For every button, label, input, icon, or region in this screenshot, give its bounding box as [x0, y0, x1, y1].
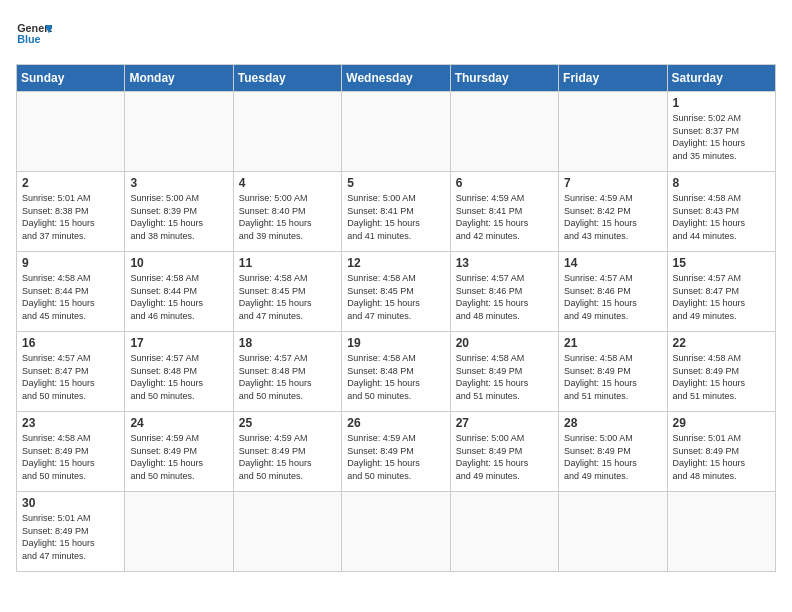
day-number: 21: [564, 336, 661, 350]
day-number: 9: [22, 256, 119, 270]
calendar-cell: 4Sunrise: 5:00 AM Sunset: 8:40 PM Daylig…: [233, 172, 341, 252]
day-number: 11: [239, 256, 336, 270]
calendar-cell: [125, 92, 233, 172]
day-number: 28: [564, 416, 661, 430]
day-info: Sunrise: 5:00 AM Sunset: 8:49 PM Dayligh…: [564, 432, 661, 482]
calendar-cell: 11Sunrise: 4:58 AM Sunset: 8:45 PM Dayli…: [233, 252, 341, 332]
day-info: Sunrise: 4:58 AM Sunset: 8:43 PM Dayligh…: [673, 192, 770, 242]
day-info: Sunrise: 4:57 AM Sunset: 8:47 PM Dayligh…: [673, 272, 770, 322]
day-number: 4: [239, 176, 336, 190]
day-info: Sunrise: 4:57 AM Sunset: 8:46 PM Dayligh…: [564, 272, 661, 322]
day-number: 30: [22, 496, 119, 510]
day-info: Sunrise: 5:02 AM Sunset: 8:37 PM Dayligh…: [673, 112, 770, 162]
calendar-cell: 23Sunrise: 4:58 AM Sunset: 8:49 PM Dayli…: [17, 412, 125, 492]
day-info: Sunrise: 4:58 AM Sunset: 8:45 PM Dayligh…: [239, 272, 336, 322]
day-number: 12: [347, 256, 444, 270]
day-info: Sunrise: 4:58 AM Sunset: 8:48 PM Dayligh…: [347, 352, 444, 402]
day-number: 16: [22, 336, 119, 350]
day-header-friday: Friday: [559, 65, 667, 92]
calendar-cell: 28Sunrise: 5:00 AM Sunset: 8:49 PM Dayli…: [559, 412, 667, 492]
day-info: Sunrise: 4:57 AM Sunset: 8:48 PM Dayligh…: [239, 352, 336, 402]
calendar-cell: 3Sunrise: 5:00 AM Sunset: 8:39 PM Daylig…: [125, 172, 233, 252]
day-header-tuesday: Tuesday: [233, 65, 341, 92]
day-info: Sunrise: 4:58 AM Sunset: 8:45 PM Dayligh…: [347, 272, 444, 322]
day-info: Sunrise: 4:58 AM Sunset: 8:49 PM Dayligh…: [22, 432, 119, 482]
day-info: Sunrise: 4:57 AM Sunset: 8:47 PM Dayligh…: [22, 352, 119, 402]
calendar-cell: [342, 492, 450, 572]
calendar-cell: 16Sunrise: 4:57 AM Sunset: 8:47 PM Dayli…: [17, 332, 125, 412]
calendar-cell: 25Sunrise: 4:59 AM Sunset: 8:49 PM Dayli…: [233, 412, 341, 492]
day-info: Sunrise: 4:57 AM Sunset: 8:46 PM Dayligh…: [456, 272, 553, 322]
calendar-cell: 30Sunrise: 5:01 AM Sunset: 8:49 PM Dayli…: [17, 492, 125, 572]
day-number: 5: [347, 176, 444, 190]
calendar-cell: [125, 492, 233, 572]
day-header-monday: Monday: [125, 65, 233, 92]
calendar-cell: [667, 492, 775, 572]
day-number: 15: [673, 256, 770, 270]
day-number: 25: [239, 416, 336, 430]
day-info: Sunrise: 5:00 AM Sunset: 8:39 PM Dayligh…: [130, 192, 227, 242]
day-info: Sunrise: 5:00 AM Sunset: 8:40 PM Dayligh…: [239, 192, 336, 242]
calendar-cell: [450, 492, 558, 572]
calendar-cell: 26Sunrise: 4:59 AM Sunset: 8:49 PM Dayli…: [342, 412, 450, 492]
day-info: Sunrise: 4:59 AM Sunset: 8:49 PM Dayligh…: [239, 432, 336, 482]
day-number: 20: [456, 336, 553, 350]
day-number: 1: [673, 96, 770, 110]
day-number: 7: [564, 176, 661, 190]
day-header-thursday: Thursday: [450, 65, 558, 92]
day-number: 29: [673, 416, 770, 430]
calendar-cell: [342, 92, 450, 172]
calendar-cell: 2Sunrise: 5:01 AM Sunset: 8:38 PM Daylig…: [17, 172, 125, 252]
day-number: 22: [673, 336, 770, 350]
calendar-cell: 5Sunrise: 5:00 AM Sunset: 8:41 PM Daylig…: [342, 172, 450, 252]
calendar-cell: [559, 492, 667, 572]
calendar-cell: 10Sunrise: 4:58 AM Sunset: 8:44 PM Dayli…: [125, 252, 233, 332]
day-info: Sunrise: 5:01 AM Sunset: 8:38 PM Dayligh…: [22, 192, 119, 242]
day-info: Sunrise: 4:59 AM Sunset: 8:49 PM Dayligh…: [347, 432, 444, 482]
day-info: Sunrise: 5:01 AM Sunset: 8:49 PM Dayligh…: [673, 432, 770, 482]
day-info: Sunrise: 5:00 AM Sunset: 8:41 PM Dayligh…: [347, 192, 444, 242]
calendar-cell: 14Sunrise: 4:57 AM Sunset: 8:46 PM Dayli…: [559, 252, 667, 332]
day-number: 13: [456, 256, 553, 270]
calendar-cell: 20Sunrise: 4:58 AM Sunset: 8:49 PM Dayli…: [450, 332, 558, 412]
calendar-cell: [17, 92, 125, 172]
day-info: Sunrise: 4:58 AM Sunset: 8:49 PM Dayligh…: [456, 352, 553, 402]
svg-text:Blue: Blue: [17, 33, 40, 45]
calendar-cell: [450, 92, 558, 172]
day-number: 14: [564, 256, 661, 270]
calendar-cell: 22Sunrise: 4:58 AM Sunset: 8:49 PM Dayli…: [667, 332, 775, 412]
calendar-cell: 8Sunrise: 4:58 AM Sunset: 8:43 PM Daylig…: [667, 172, 775, 252]
calendar-cell: 29Sunrise: 5:01 AM Sunset: 8:49 PM Dayli…: [667, 412, 775, 492]
day-number: 24: [130, 416, 227, 430]
day-header-saturday: Saturday: [667, 65, 775, 92]
day-number: 8: [673, 176, 770, 190]
day-info: Sunrise: 5:00 AM Sunset: 8:49 PM Dayligh…: [456, 432, 553, 482]
day-info: Sunrise: 4:59 AM Sunset: 8:42 PM Dayligh…: [564, 192, 661, 242]
calendar-cell: [233, 92, 341, 172]
day-number: 19: [347, 336, 444, 350]
calendar-cell: [559, 92, 667, 172]
calendar-cell: 17Sunrise: 4:57 AM Sunset: 8:48 PM Dayli…: [125, 332, 233, 412]
day-number: 6: [456, 176, 553, 190]
day-number: 10: [130, 256, 227, 270]
day-info: Sunrise: 4:58 AM Sunset: 8:49 PM Dayligh…: [564, 352, 661, 402]
calendar-cell: 13Sunrise: 4:57 AM Sunset: 8:46 PM Dayli…: [450, 252, 558, 332]
calendar-cell: 19Sunrise: 4:58 AM Sunset: 8:48 PM Dayli…: [342, 332, 450, 412]
calendar-cell: 7Sunrise: 4:59 AM Sunset: 8:42 PM Daylig…: [559, 172, 667, 252]
calendar-cell: 18Sunrise: 4:57 AM Sunset: 8:48 PM Dayli…: [233, 332, 341, 412]
day-number: 2: [22, 176, 119, 190]
day-number: 3: [130, 176, 227, 190]
day-number: 23: [22, 416, 119, 430]
calendar-cell: 27Sunrise: 5:00 AM Sunset: 8:49 PM Dayli…: [450, 412, 558, 492]
day-info: Sunrise: 4:58 AM Sunset: 8:49 PM Dayligh…: [673, 352, 770, 402]
day-header-wednesday: Wednesday: [342, 65, 450, 92]
calendar-cell: 1Sunrise: 5:02 AM Sunset: 8:37 PM Daylig…: [667, 92, 775, 172]
day-info: Sunrise: 4:58 AM Sunset: 8:44 PM Dayligh…: [22, 272, 119, 322]
calendar-cell: 9Sunrise: 4:58 AM Sunset: 8:44 PM Daylig…: [17, 252, 125, 332]
calendar: SundayMondayTuesdayWednesdayThursdayFrid…: [16, 64, 776, 572]
calendar-cell: 15Sunrise: 4:57 AM Sunset: 8:47 PM Dayli…: [667, 252, 775, 332]
calendar-cell: 24Sunrise: 4:59 AM Sunset: 8:49 PM Dayli…: [125, 412, 233, 492]
calendar-cell: [233, 492, 341, 572]
day-info: Sunrise: 5:01 AM Sunset: 8:49 PM Dayligh…: [22, 512, 119, 562]
day-info: Sunrise: 4:57 AM Sunset: 8:48 PM Dayligh…: [130, 352, 227, 402]
